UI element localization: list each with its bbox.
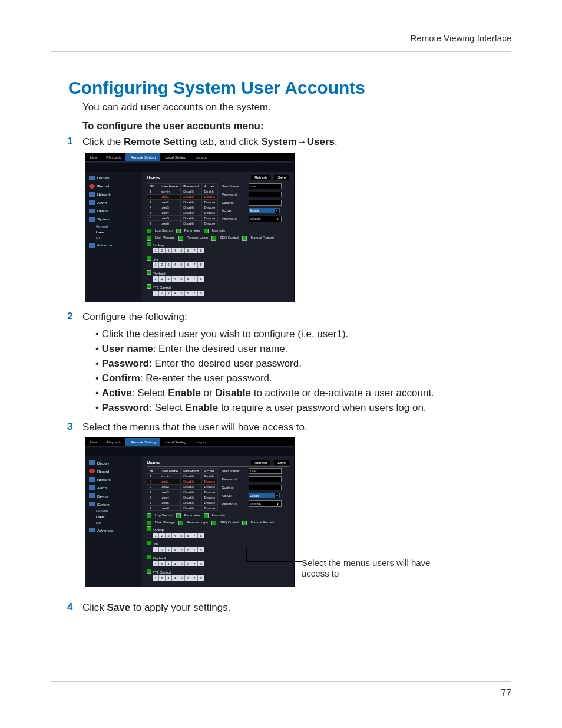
refresh-button[interactable]: Refresh	[251, 460, 270, 465]
table-row[interactable]: 6user5DisableDisable	[147, 500, 218, 506]
sidebar-item-display[interactable]: Display	[85, 459, 142, 467]
record-icon	[89, 469, 95, 473]
sidebar-item-record[interactable]: Record	[85, 467, 142, 475]
footer-rule	[51, 681, 511, 682]
checkbox-icon[interactable]	[211, 236, 216, 241]
sidebar-item-network[interactable]: Network	[85, 475, 142, 483]
step-number-4: 4	[67, 601, 82, 613]
channel-grid[interactable]: 12345678	[153, 276, 289, 282]
table-row[interactable]: 4user3DisableDisable	[147, 490, 218, 495]
sidebar-sub-info[interactable]: Info	[96, 520, 142, 526]
channel-grid[interactable]: 12345678	[153, 575, 289, 581]
checkbox-icon[interactable]	[176, 513, 181, 518]
active-select[interactable]: Enable▾	[249, 208, 280, 213]
table-row[interactable]: 3user2DisableDisable	[147, 199, 218, 205]
channel-grid[interactable]: 12345678	[153, 291, 289, 296]
confirm-input[interactable]	[249, 485, 282, 490]
bullet-list: • Click the desired user you wish to con…	[95, 328, 511, 415]
tab-playback[interactable]: Playback	[101, 153, 125, 161]
password-select[interactable]: Disable▾	[249, 216, 282, 222]
table-row[interactable]: 6user5DisableDisable	[147, 215, 218, 220]
sidebar-sub-users[interactable]: Users	[96, 514, 142, 520]
checkbox-icon[interactable]	[147, 521, 151, 525]
tab-local-setting[interactable]: Local Setting	[160, 438, 191, 446]
tab-logout[interactable]: Logout	[191, 438, 211, 446]
checkbox-icon[interactable]	[204, 229, 209, 233]
sidebar-item-advanced[interactable]: Advanced	[85, 526, 142, 534]
table-row[interactable]: 2user1DisableDisable	[147, 479, 218, 485]
table-row[interactable]: 5user4DisableDisable	[147, 495, 218, 500]
checkbox-icon[interactable]	[147, 555, 151, 559]
username-input[interactable]: user1	[249, 183, 282, 189]
sidebar-item-record[interactable]: Record	[85, 182, 142, 190]
checkbox-icon[interactable]	[147, 270, 151, 275]
table-row[interactable]: 7user6DisableDisable	[147, 220, 218, 226]
refresh-button[interactable]: Refresh	[251, 175, 270, 180]
checkbox-icon[interactable]	[147, 284, 151, 289]
channel-grid[interactable]: 12345678	[153, 533, 289, 538]
sidebar-item-display[interactable]: Display	[85, 174, 142, 182]
tab-live[interactable]: Live	[85, 438, 101, 446]
table-row[interactable]: 2user1DisableDisable	[147, 194, 218, 199]
table-row[interactable]: 7user6DisableDisable	[147, 506, 218, 511]
user-form: User Name:user1 Password: Confirm: Activ…	[222, 183, 282, 226]
password-input[interactable]	[249, 192, 282, 197]
channel-grid[interactable]: 12345678	[153, 262, 289, 268]
table-row[interactable]: 5user4DisableDisable	[147, 210, 218, 215]
password-select[interactable]: Disable▾	[249, 500, 282, 507]
table-row[interactable]: 4user3DisableDisable	[147, 205, 218, 210]
sidebar-item-system[interactable]: System	[85, 215, 142, 223]
password-input[interactable]	[249, 476, 282, 482]
checkbox-icon[interactable]	[211, 521, 216, 525]
table-row[interactable]: 1adminDisableEnable	[147, 189, 218, 194]
tab-local-setting[interactable]: Local Setting	[160, 153, 191, 161]
checkbox-icon[interactable]	[147, 513, 151, 518]
sidebar-item-advanced[interactable]: Advanced	[85, 241, 142, 249]
tab-live[interactable]: Live	[85, 153, 101, 161]
checkbox-icon[interactable]	[178, 236, 183, 241]
save-button[interactable]: Save	[274, 175, 289, 180]
tab-playback[interactable]: Playback	[101, 438, 125, 446]
sidebar-item-device[interactable]: Device	[85, 492, 142, 500]
checkbox-icon[interactable]	[147, 242, 151, 246]
checkbox-icon[interactable]	[176, 229, 181, 233]
checkbox-icon[interactable]	[242, 236, 247, 241]
sidebar-item-device[interactable]: Device	[85, 207, 142, 215]
active-select[interactable]: Enable▾	[249, 493, 280, 498]
advanced-icon	[89, 528, 95, 532]
table-row[interactable]: 1adminDisableEnable	[147, 474, 218, 479]
checkbox-icon[interactable]	[147, 541, 151, 545]
step-1-text: Click the Remote Setting tab, and click …	[82, 136, 338, 149]
alarm-icon	[89, 200, 95, 205]
checkbox-icon[interactable]	[147, 236, 151, 241]
checkbox-icon[interactable]	[147, 526, 151, 531]
username-input[interactable]: user1	[249, 468, 282, 474]
checkbox-icon[interactable]	[178, 521, 183, 525]
sidebar-sub-general[interactable]: General	[96, 508, 142, 514]
sidebar-item-network[interactable]: Network	[85, 190, 142, 199]
channel-grid[interactable]: 12345678	[153, 547, 289, 552]
save-button[interactable]: Save	[274, 460, 289, 465]
page-number: 77	[501, 688, 511, 699]
display-icon	[89, 460, 95, 465]
channel-grid[interactable]: 12345678	[153, 561, 289, 566]
sidebar-item-alarm[interactable]: Alarm	[85, 483, 142, 492]
sidebar-sub-info[interactable]: Info	[96, 235, 142, 241]
chevron-down-icon: ▾	[275, 502, 280, 506]
checkbox-icon[interactable]	[242, 521, 247, 525]
label-confirm: Confirm:	[222, 201, 246, 205]
tab-logout[interactable]: Logout	[191, 153, 211, 161]
confirm-input[interactable]	[249, 200, 282, 206]
checkbox-icon[interactable]	[147, 229, 151, 233]
sidebar-item-alarm[interactable]: Alarm	[85, 199, 142, 207]
tab-remote-setting[interactable]: Remote Setting	[125, 153, 160, 161]
channel-grid[interactable]: 12345678	[153, 248, 289, 253]
tab-remote-setting[interactable]: Remote Setting	[125, 438, 160, 446]
checkbox-icon[interactable]	[147, 569, 151, 574]
sidebar-sub-general[interactable]: General	[96, 223, 142, 229]
checkbox-icon[interactable]	[204, 513, 209, 518]
sidebar-item-system[interactable]: System	[85, 500, 142, 508]
checkbox-icon[interactable]	[147, 256, 151, 261]
table-row[interactable]: 3user2DisableDisable	[147, 485, 218, 490]
sidebar-sub-users[interactable]: Users	[96, 229, 142, 235]
